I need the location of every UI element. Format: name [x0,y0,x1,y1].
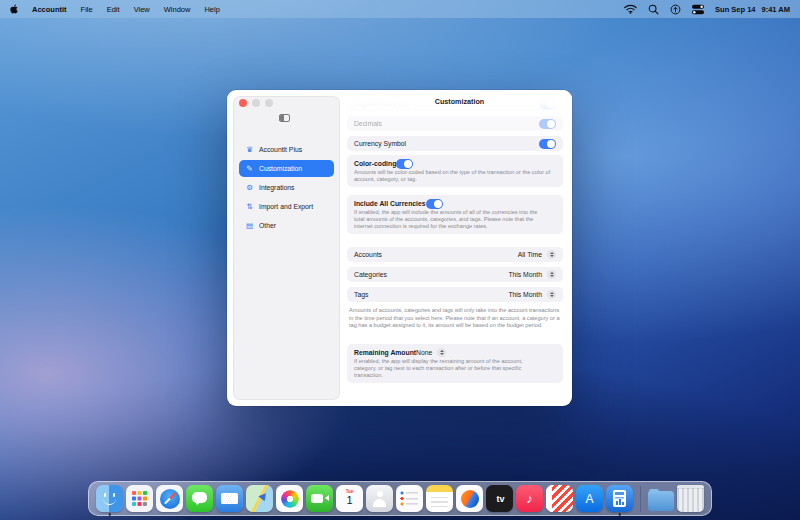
sidebar-item-integrations[interactable]: ⚙ Integrations [239,179,334,196]
calendar-icon: Tue1 [336,485,363,512]
include-all-currencies-desc: If enabled, the app will include the amo… [354,209,539,230]
dock-maps[interactable] [246,485,273,512]
paintbrush-icon: ✎ [245,164,254,173]
chevron-down-icon [550,275,554,277]
mail-icon [216,485,243,512]
control-center-icon[interactable] [692,4,704,15]
sidebar-item-label: Integrations [259,184,295,191]
sidebar-item-label: Customization [259,165,302,172]
accounts-select[interactable] [547,250,556,259]
minimize-button[interactable] [252,99,260,107]
update-icon[interactable] [670,4,681,15]
chevron-down-icon [550,295,554,297]
categories-value: This Month [508,271,542,278]
dock-notes[interactable] [426,485,453,512]
include-all-currencies-toggle[interactable] [426,199,443,209]
apple-logo-icon [10,4,18,14]
sidebar-item-label: Other [259,222,276,229]
accounts-row: Accounts All Time [347,247,563,262]
running-indicator [618,513,621,516]
dock-apple-tv[interactable]: tv [486,485,513,512]
menu-edit[interactable]: Edit [107,5,120,14]
decimals-row: Decimals [347,116,563,131]
contacts-icon [366,485,393,512]
dock-calendar[interactable]: Tue1 [336,485,363,512]
music-note-glyph: ♪ [526,491,533,506]
dock-photos[interactable] [276,485,303,512]
sidebar-item-label: Import and Export [259,203,313,210]
sidebar-item-import-export[interactable]: ⇅ Import and Export [239,198,334,215]
app-store-glyph: A [585,492,593,506]
calendar-date: 1 [346,494,352,506]
menu-help[interactable]: Help [204,5,219,14]
categories-select[interactable] [547,270,556,279]
accounts-label: Accounts [354,251,382,258]
color-coding-toggle[interactable] [396,159,413,169]
menu-app-name[interactable]: Accountit [32,5,67,14]
running-indicator [108,513,111,516]
dock-contacts[interactable] [366,485,393,512]
menu-window[interactable]: Window [164,5,191,14]
menu-time: 9:41 AM [762,5,790,14]
search-icon[interactable] [648,4,659,15]
categories-label: Categories [354,271,387,278]
remaining-amount-select[interactable] [437,348,446,357]
import-export-icon: ⇅ [245,202,254,211]
dock-finder[interactable] [96,485,123,512]
accounts-value: All Time [518,251,542,258]
menu-view[interactable]: View [134,5,150,14]
dock-downloads[interactable] [648,486,674,511]
maps-icon [246,485,273,512]
gear-icon: ⚙ [245,183,254,192]
currency-symbol-toggle[interactable] [539,139,556,149]
dock-reminders[interactable] [396,485,423,512]
news-icon [546,485,573,512]
sidebar-item-label: Accountit Plus [259,146,302,153]
dock-launchpad[interactable] [126,485,153,512]
waves-app-icon [456,485,483,512]
sidebar-item-customization[interactable]: ✎ Customization [239,160,334,177]
dock-music[interactable]: ♪ [516,485,543,512]
notes-icon [426,485,453,512]
chevron-up-icon [440,350,444,352]
menu-bar: Accountit File Edit View Window Help Sun… [0,0,800,18]
menu-clock[interactable]: Sun Sep 14 9:41 AM [715,5,790,14]
include-all-currencies-label: Include All Currencies [354,200,426,207]
downloads-folder-icon [648,491,674,511]
dock-mail[interactable] [216,485,243,512]
close-button[interactable] [239,99,247,107]
wifi-icon[interactable] [624,4,637,14]
currency-symbol-row: Currency Symbol [347,136,563,151]
tags-label: Tags [354,291,368,298]
dock-trash[interactable] [677,485,704,512]
settings-window: ♛ Accountit Plus ✎ Customization ⚙ Integ… [227,90,572,406]
dock-messages[interactable] [186,485,213,512]
sidebar-item-other[interactable]: ▤ Other [239,217,334,234]
reminders-icon [396,485,423,512]
launchpad-icon [126,485,153,512]
tags-select[interactable] [547,290,556,299]
dock-app-store[interactable]: A [576,485,603,512]
dock-safari[interactable] [156,485,183,512]
menu-file[interactable]: File [81,5,93,14]
dock-news[interactable] [546,485,573,512]
dock-accountit[interactable] [606,485,633,512]
dock-separator [640,486,641,512]
tags-row: Tags This Month [347,287,563,302]
decimals-toggle[interactable] [539,119,556,129]
traffic-lights [239,99,273,107]
sidebar-item-accountit-plus[interactable]: ♛ Accountit Plus [239,141,334,158]
chevron-up-icon [550,272,554,274]
dock-facetime[interactable] [306,485,333,512]
sidebar-toggle-icon[interactable] [279,114,290,122]
remaining-amount-card: Remaining Amount None If enabled, the ap… [347,344,563,383]
zoom-button[interactable] [265,99,273,107]
menu-bar-left: Accountit File Edit View Window Help [10,4,220,14]
sidebar-items: ♛ Accountit Plus ✎ Customization ⚙ Integ… [239,141,334,234]
color-coding-label: Color-coding [354,160,396,167]
apple-menu[interactable] [10,4,18,14]
decimals-label: Decimals [354,120,382,127]
dock-waves-app[interactable] [456,485,483,512]
menu-bar-status: Sun Sep 14 9:41 AM [624,4,790,15]
remaining-amount-desc: If enabled, the app will display the rem… [354,358,524,379]
